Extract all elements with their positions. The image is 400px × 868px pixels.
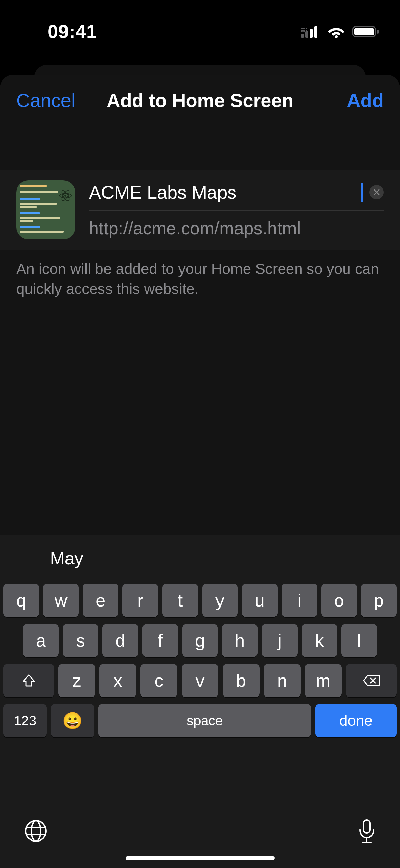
backspace-key[interactable] bbox=[346, 664, 397, 697]
key-m[interactable]: m bbox=[305, 664, 342, 697]
status-bar: 09:41 bbox=[0, 0, 400, 58]
text-cursor bbox=[361, 183, 363, 202]
key-y[interactable]: y bbox=[202, 584, 238, 617]
key-c[interactable]: c bbox=[140, 664, 177, 697]
svg-point-10 bbox=[335, 35, 338, 38]
sheet-nav: Cancel Add to Home Screen Add bbox=[0, 75, 400, 126]
clear-text-button[interactable] bbox=[369, 185, 384, 199]
key-d[interactable]: d bbox=[102, 624, 138, 657]
key-e[interactable]: e bbox=[83, 584, 118, 617]
suggestion-bar: May bbox=[0, 535, 400, 581]
numbers-key[interactable]: 123 bbox=[3, 704, 47, 737]
key-h[interactable]: h bbox=[222, 624, 258, 657]
svg-rect-3 bbox=[314, 26, 317, 38]
svg-rect-1 bbox=[305, 31, 308, 38]
svg-point-18 bbox=[26, 821, 46, 841]
url-label: http://acme.com/maps.html bbox=[89, 218, 384, 238]
key-q[interactable]: q bbox=[3, 584, 39, 617]
space-key[interactable]: space bbox=[98, 704, 311, 737]
done-key[interactable]: done bbox=[315, 704, 397, 737]
svg-rect-2 bbox=[310, 29, 313, 38]
shift-icon bbox=[21, 673, 36, 688]
atom-icon bbox=[59, 189, 72, 202]
x-icon bbox=[373, 189, 380, 196]
key-l[interactable]: l bbox=[341, 624, 377, 657]
key-row-4: 123 😀 space done bbox=[3, 704, 397, 737]
svg-rect-6 bbox=[306, 28, 307, 29]
hint-text: An icon will be added to your Home Scree… bbox=[0, 250, 400, 299]
key-r[interactable]: r bbox=[122, 584, 158, 617]
svg-point-19 bbox=[31, 821, 41, 841]
dictation-key[interactable] bbox=[357, 819, 376, 845]
svg-rect-7 bbox=[301, 30, 303, 32]
key-g[interactable]: g bbox=[182, 624, 218, 657]
suggestion-1[interactable]: May bbox=[0, 548, 133, 568]
status-indicators bbox=[301, 20, 380, 38]
keyboard: May q w e r t y u i o p a s d f g bbox=[0, 535, 400, 868]
svg-rect-12 bbox=[354, 28, 374, 35]
home-indicator[interactable] bbox=[126, 856, 275, 860]
svg-rect-8 bbox=[303, 30, 305, 32]
key-row-1: q w e r t y u i o p bbox=[3, 584, 397, 617]
battery-icon bbox=[352, 25, 380, 38]
add-button[interactable]: Add bbox=[347, 75, 384, 126]
svg-rect-4 bbox=[301, 28, 303, 29]
key-s[interactable]: s bbox=[63, 624, 98, 657]
emoji-key[interactable]: 😀 bbox=[51, 704, 94, 737]
key-u[interactable]: u bbox=[242, 584, 278, 617]
cancel-button[interactable]: Cancel bbox=[16, 75, 75, 126]
key-v[interactable]: v bbox=[182, 664, 218, 697]
key-b[interactable]: b bbox=[223, 664, 260, 697]
svg-rect-5 bbox=[303, 28, 305, 29]
form-block: ACME Labs Maps http://acme.com/maps.html bbox=[0, 170, 400, 250]
emoji-icon: 😀 bbox=[62, 711, 83, 730]
status-time: 09:41 bbox=[22, 15, 97, 42]
sheet-title: Add to Home Screen bbox=[107, 89, 293, 111]
website-icon-preview bbox=[16, 180, 75, 239]
key-t[interactable]: t bbox=[162, 584, 198, 617]
wifi-icon bbox=[327, 25, 345, 38]
svg-rect-22 bbox=[363, 820, 370, 833]
svg-rect-13 bbox=[377, 30, 379, 34]
mic-icon bbox=[357, 819, 376, 845]
key-n[interactable]: n bbox=[264, 664, 301, 697]
key-z[interactable]: z bbox=[58, 664, 95, 697]
svg-rect-0 bbox=[301, 34, 304, 38]
cellular-icon bbox=[301, 25, 321, 38]
backspace-icon bbox=[362, 674, 380, 687]
globe-key[interactable] bbox=[24, 819, 48, 843]
key-x[interactable]: x bbox=[99, 664, 136, 697]
key-k[interactable]: k bbox=[302, 624, 337, 657]
name-input[interactable]: ACME Labs Maps bbox=[89, 182, 361, 203]
globe-icon bbox=[24, 819, 48, 843]
key-j[interactable]: j bbox=[262, 624, 297, 657]
key-row-3: z x c v b n m bbox=[3, 664, 397, 697]
name-field-row[interactable]: ACME Labs Maps bbox=[89, 182, 384, 211]
svg-point-17 bbox=[64, 195, 66, 197]
key-i[interactable]: i bbox=[282, 584, 317, 617]
key-o[interactable]: o bbox=[321, 584, 357, 617]
svg-rect-9 bbox=[306, 30, 307, 32]
key-row-2: a s d f g h j k l bbox=[3, 624, 397, 657]
key-w[interactable]: w bbox=[43, 584, 79, 617]
key-p[interactable]: p bbox=[361, 584, 397, 617]
key-f[interactable]: f bbox=[142, 624, 178, 657]
shift-key[interactable] bbox=[3, 664, 54, 697]
key-a[interactable]: a bbox=[23, 624, 59, 657]
